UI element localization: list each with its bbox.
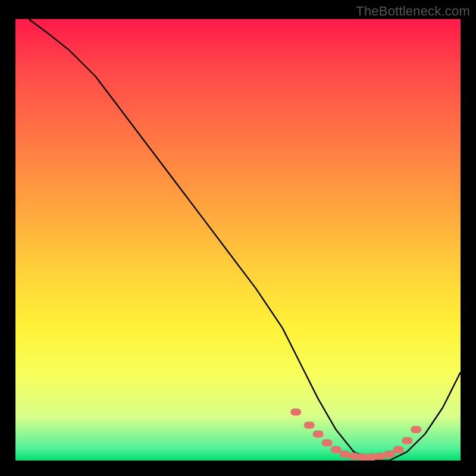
chart-overlay-svg <box>15 19 461 461</box>
chart-marker <box>411 426 421 433</box>
chart-marker <box>331 446 342 453</box>
chart-marker <box>349 453 359 460</box>
chart-marker <box>402 437 412 444</box>
chart-marker <box>375 453 386 460</box>
chart-marker <box>340 450 350 458</box>
chart-marker <box>366 453 377 461</box>
chart-marker <box>322 439 333 446</box>
chart-marker <box>290 408 301 415</box>
chart-marker-group <box>290 408 421 461</box>
chart-marker <box>384 450 394 458</box>
chart-marker <box>304 422 315 429</box>
chart-plot-area <box>15 19 461 461</box>
chart-marker <box>313 431 324 438</box>
chart-curve-line <box>29 19 461 461</box>
attribution-text: TheBottleneck.com <box>356 4 470 19</box>
chart-marker <box>393 446 403 453</box>
chart-marker <box>357 453 368 461</box>
